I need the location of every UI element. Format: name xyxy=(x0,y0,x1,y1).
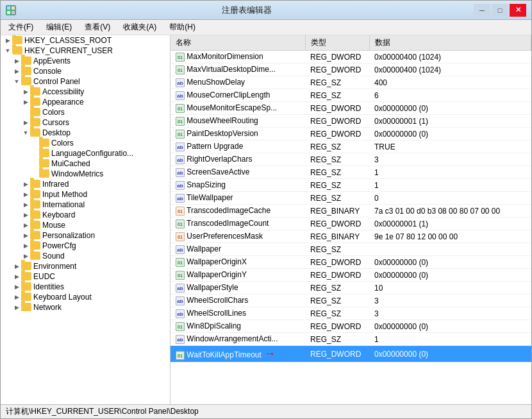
app-icon xyxy=(6,5,16,15)
table-row[interactable]: ab RightOverlapChars REG_SZ 3 xyxy=(170,153,531,166)
toggle-environment[interactable]: ▶ xyxy=(12,263,21,269)
table-row[interactable]: 01 WallpaperOriginX REG_DWORD 0x00000000… xyxy=(170,256,531,269)
toggle-international[interactable]: ▶ xyxy=(21,201,30,208)
tree-item-lang-config[interactable]: LanguageConfiguratio... xyxy=(1,148,170,158)
table-row[interactable]: 01 WallpaperOriginY REG_DWORD 0x00000000… xyxy=(170,269,531,282)
tree-item-infrared[interactable]: ▶ Infrared xyxy=(1,179,170,189)
tree-item-desktop[interactable]: ▼ Desktop xyxy=(1,128,170,138)
toggle-appevents[interactable]: ▶ xyxy=(12,58,21,64)
tree-item-environment[interactable]: ▶ Environment xyxy=(1,261,170,271)
toggle-identities[interactable]: ▶ xyxy=(12,284,21,290)
toggle-accessibility[interactable]: ▶ xyxy=(21,89,30,95)
registry-table: 名称 类型 数据 01 MaxMonitorDimension REG_DWOR… xyxy=(170,35,531,363)
folder-icon-control-panel xyxy=(21,77,31,86)
toggle-keyboard[interactable]: ▶ xyxy=(21,212,30,218)
toggle-input-method[interactable]: ▶ xyxy=(21,191,30,198)
table-row[interactable]: ab MenuShowDelay REG_SZ 400 xyxy=(170,76,531,89)
table-row[interactable]: 01 MaxVirtualDesktopDime... REG_DWORD 0x… xyxy=(170,64,531,76)
registry-values-panel[interactable]: 名称 类型 数据 01 MaxMonitorDimension REG_DWOR… xyxy=(170,35,531,404)
tree-item-classes-root[interactable]: ▶ HKEY_CLASSES_ROOT xyxy=(1,35,170,46)
toggle-powercfg[interactable]: ▶ xyxy=(21,243,30,249)
tree-item-network[interactable]: ▶ Network xyxy=(1,302,170,312)
table-row[interactable]: ab ScreenSaveActive REG_SZ 1 xyxy=(170,166,531,179)
tree-item-desktop-colors[interactable]: Colors xyxy=(1,138,170,148)
menu-favorites[interactable]: 收藏夹(A) xyxy=(118,21,162,34)
tree-item-identities[interactable]: ▶ Identities xyxy=(1,282,170,292)
table-row[interactable]: 01 PaintDesktopVersion REG_DWORD 0x00000… xyxy=(170,128,531,141)
table-row[interactable]: ab WindowArrangementActi... REG_SZ 1 xyxy=(170,333,531,346)
toggle-keyboard-layout[interactable]: ▶ xyxy=(12,294,21,300)
table-row[interactable]: 01 MouseWheelRouting REG_DWORD 0x0000000… xyxy=(170,115,531,128)
toggle-current-user[interactable]: ▼ xyxy=(3,47,12,54)
folder-icon-console xyxy=(21,67,31,76)
table-row[interactable]: ab WallpaperStyle REG_SZ 10 xyxy=(170,282,531,295)
toggle-mouse[interactable]: ▶ xyxy=(21,222,30,228)
toggle-network[interactable]: ▶ xyxy=(12,304,21,311)
tree-item-appearance[interactable]: ▶ Appearance xyxy=(1,97,170,107)
toggle-console[interactable]: ▶ xyxy=(12,68,21,74)
tree-item-console[interactable]: ▶ Console xyxy=(1,66,170,76)
tree-item-international[interactable]: ▶ International xyxy=(1,200,170,210)
table-row[interactable]: ab SnapSizing REG_SZ 1 xyxy=(170,179,531,192)
table-row[interactable]: ab MouseCornerClipLength REG_SZ 6 xyxy=(170,89,531,102)
menu-file[interactable]: 文件(F) xyxy=(3,21,38,34)
tree-item-appevents[interactable]: ▶ AppEvents xyxy=(1,56,170,66)
toggle-control-panel[interactable]: ▼ xyxy=(12,78,21,85)
tree-item-muicached[interactable]: MuiCached xyxy=(1,158,170,169)
table-row[interactable]: 01 MaxMonitorDimension REG_DWORD 0x00000… xyxy=(170,51,531,64)
tree-label-lang-config: LanguageConfiguratio... xyxy=(51,149,133,158)
cell-type: REG_SZ xyxy=(305,89,369,102)
tree-item-keyboard[interactable]: ▶ Keyboard xyxy=(1,210,170,220)
toggle-sound[interactable]: ▶ xyxy=(21,253,30,259)
reg-type-icon: ab xyxy=(176,309,185,318)
menu-help[interactable]: 帮助(H) xyxy=(164,21,201,34)
table-row[interactable]: ab TileWallpaper REG_SZ 0 xyxy=(170,192,531,205)
cell-name: 01 TranscodedImageCount xyxy=(170,218,305,230)
table-row[interactable]: 01 UserPreferencesMask REG_BINARY 9e 1e … xyxy=(170,230,531,243)
toggle-cursors[interactable]: ▶ xyxy=(21,119,30,126)
cell-name: ab MenuShowDelay xyxy=(170,76,305,89)
tree-item-input-method[interactable]: ▶ Input Method xyxy=(1,189,170,200)
tree-item-personalization[interactable]: ▶ Personalization xyxy=(1,230,170,241)
menu-edit[interactable]: 编辑(E) xyxy=(41,21,77,34)
cell-type: REG_DWORD xyxy=(305,346,369,363)
table-row[interactable]: ab Wallpaper REG_SZ xyxy=(170,243,531,256)
tree-panel[interactable]: ▶ HKEY_CLASSES_ROOT ▼ HKEY_CURRENT_USER … xyxy=(1,35,170,404)
table-row[interactable]: 01 TranscodedImageCount REG_DWORD 0x0000… xyxy=(170,218,531,230)
table-row[interactable]: ab WheelScrollLines REG_SZ 3 xyxy=(170,307,531,320)
table-row[interactable]: 01 Win8DpiScaling REG_DWORD 0x00000000 (… xyxy=(170,320,531,333)
close-button[interactable]: ✕ xyxy=(510,4,526,17)
tree-item-eudc[interactable]: ▶ EUDC xyxy=(1,271,170,282)
tree-item-mouse[interactable]: ▶ Mouse xyxy=(1,220,170,230)
table-row[interactable]: 01 MouseMonitorEscapeSp... REG_DWORD 0x0… xyxy=(170,102,531,115)
minimize-button[interactable]: ─ xyxy=(474,4,490,17)
toggle-desktop[interactable]: ▼ xyxy=(21,130,30,136)
tree-item-current-user[interactable]: ▼ HKEY_CURRENT_USER xyxy=(1,46,170,56)
toggle-infrared[interactable]: ▶ xyxy=(21,181,30,187)
tree-item-accessibility[interactable]: ▶ Accessibility xyxy=(1,87,170,97)
tree-label-infrared: Infrared xyxy=(42,180,69,189)
tree-label-international: International xyxy=(42,200,85,209)
toggle-personalization[interactable]: ▶ xyxy=(21,232,30,239)
maximize-button[interactable]: □ xyxy=(492,4,508,17)
tree-item-window-metrics[interactable]: WindowMetrics xyxy=(1,169,170,179)
tree-item-sound[interactable]: ▶ Sound xyxy=(1,251,170,261)
toggle-appearance[interactable]: ▶ xyxy=(21,99,30,105)
tree-item-powercfg[interactable]: ▶ PowerCfg xyxy=(1,241,170,251)
toggle-classes-root[interactable]: ▶ xyxy=(3,37,12,44)
tree-item-colors[interactable]: Colors xyxy=(1,107,170,117)
table-row[interactable]: ab Pattern Upgrade REG_SZ TRUE xyxy=(170,141,531,153)
cell-type: REG_SZ xyxy=(305,333,369,346)
table-row[interactable]: ab WheelScrollChars REG_SZ 3 xyxy=(170,295,531,307)
table-row[interactable]: 01 TranscodedImageCache REG_BINARY 7a c3… xyxy=(170,205,531,218)
cell-name: 01 TranscodedImageCache xyxy=(170,205,305,218)
toggle-eudc[interactable]: ▶ xyxy=(12,273,21,280)
folder-icon-muicached xyxy=(39,159,49,168)
cell-type: REG_SZ xyxy=(305,243,369,256)
menu-view[interactable]: 查看(V) xyxy=(79,21,115,34)
tree-item-keyboard-layout[interactable]: ▶ Keyboard Layout xyxy=(1,292,170,302)
table-row[interactable]: 01 WaitToKillAppTimeout→ REG_DWORD 0x000… xyxy=(170,346,531,363)
tree-item-control-panel[interactable]: ▼ Control Panel xyxy=(1,76,170,87)
folder-icon-infrared xyxy=(30,180,40,189)
tree-item-cursors[interactable]: ▶ Cursors xyxy=(1,117,170,128)
